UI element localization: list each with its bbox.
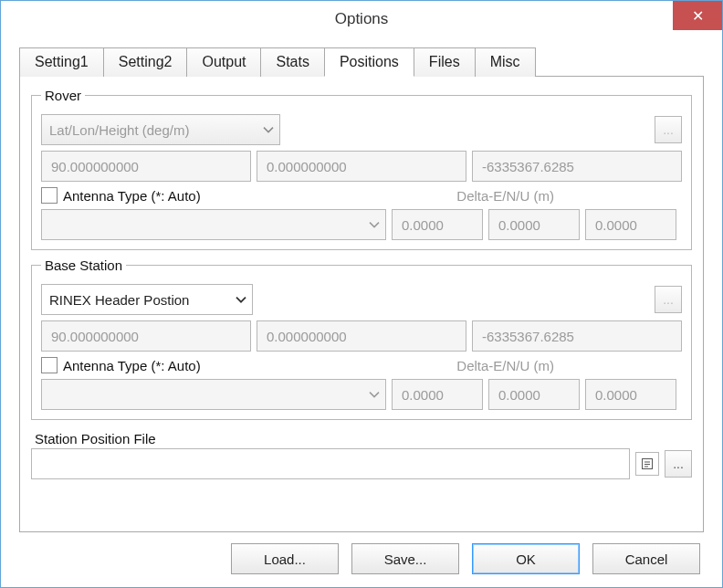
rover-delta-label: Delta-E/N/U (m): [456, 188, 554, 204]
rover-antenna-label: Antenna Type (*: Auto): [63, 188, 201, 204]
tab-output[interactable]: Output: [186, 47, 261, 77]
rover-more-button[interactable]: ...: [655, 116, 682, 143]
tab-setting1[interactable]: Setting1: [19, 47, 104, 77]
options-dialog: Options ✕ Setting1 Setting2 Output Stats…: [0, 0, 723, 588]
base-delta-u[interactable]: [585, 379, 676, 410]
base-delta-e[interactable]: [392, 379, 483, 410]
cancel-button[interactable]: Cancel: [592, 543, 700, 574]
base-delta-n-input[interactable]: [497, 380, 571, 409]
rover-legend: Rover: [41, 88, 85, 103]
dialog-button-row: Load... Save... OK Cancel: [19, 532, 704, 574]
rover-delta-e-input[interactable]: [400, 210, 475, 239]
base-group: Base Station RINEX Header Postion ...: [31, 257, 692, 420]
rover-coord-a[interactable]: [41, 151, 251, 182]
rover-coord-c[interactable]: [472, 151, 682, 182]
rover-postype-combo[interactable]: Lat/Lon/Height (deg/m): [41, 114, 280, 145]
tab-bar: Setting1 Setting2 Output Stats Positions…: [19, 47, 704, 77]
tab-stats[interactable]: Stats: [260, 47, 324, 77]
chevron-down-icon: [369, 216, 380, 232]
rover-antenna-checkbox[interactable]: [41, 187, 58, 204]
chevron-down-icon: [236, 291, 246, 307]
base-legend: Base Station: [41, 257, 126, 273]
base-antenna-label: Antenna Type (*: Auto): [63, 358, 201, 373]
content: Setting1 Setting2 Output Stats Positions…: [1, 37, 722, 587]
positions-pane: Rover Lat/Lon/Height (deg/m) ...: [19, 77, 704, 532]
window-title: Options: [335, 10, 389, 28]
base-delta-e-input[interactable]: [400, 380, 475, 409]
base-delta-label: Delta-E/N/U (m): [456, 358, 554, 373]
chevron-down-icon: [369, 386, 380, 402]
base-antenna-checkbox[interactable]: [41, 357, 58, 373]
base-coord-c[interactable]: [472, 320, 682, 352]
base-delta-n[interactable]: [488, 379, 580, 410]
load-button[interactable]: Load...: [231, 543, 339, 574]
base-antenna-combo[interactable]: [41, 379, 386, 410]
base-more-button[interactable]: ...: [655, 286, 682, 313]
rover-delta-u[interactable]: [585, 209, 676, 240]
base-coord-c-input[interactable]: [480, 321, 674, 351]
rover-delta-n[interactable]: [488, 209, 580, 240]
base-postype-combo[interactable]: RINEX Header Postion: [41, 284, 253, 315]
base-delta-u-input[interactable]: [593, 380, 668, 409]
chevron-down-icon: [263, 121, 274, 137]
document-icon: [641, 457, 654, 470]
rover-coord-a-input[interactable]: [49, 152, 243, 181]
rover-antenna-combo[interactable]: [41, 209, 386, 240]
rover-delta-u-input[interactable]: [593, 210, 668, 239]
save-button[interactable]: Save...: [351, 543, 459, 574]
rover-coord-b[interactable]: [257, 151, 466, 182]
station-file-view-button[interactable]: [635, 452, 659, 476]
base-coord-a-input[interactable]: [49, 321, 243, 351]
tab-setting2[interactable]: Setting2: [103, 47, 188, 77]
station-file-input-wrap[interactable]: [31, 448, 630, 479]
rover-delta-e[interactable]: [392, 209, 483, 240]
station-file-label: Station Position File: [31, 431, 692, 448]
close-icon: ✕: [692, 7, 704, 25]
base-coord-b[interactable]: [257, 320, 466, 352]
rover-group: Rover Lat/Lon/Height (deg/m) ...: [31, 88, 692, 250]
base-coord-b-input[interactable]: [265, 321, 458, 351]
titlebar: Options ✕: [1, 1, 722, 37]
station-file-browse-button[interactable]: ...: [665, 450, 692, 478]
tab-positions[interactable]: Positions: [324, 47, 414, 77]
ok-button[interactable]: OK: [472, 543, 580, 574]
tab-misc[interactable]: Misc: [475, 47, 536, 77]
rover-coord-b-input[interactable]: [265, 152, 458, 181]
station-file-section: Station Position File ...: [31, 431, 692, 479]
close-button[interactable]: ✕: [673, 1, 722, 30]
station-file-input[interactable]: [39, 449, 622, 478]
tab-files[interactable]: Files: [414, 47, 476, 77]
base-postype-value: RINEX Header Postion: [49, 292, 189, 308]
rover-coord-c-input[interactable]: [480, 152, 674, 181]
rover-postype-value: Lat/Lon/Height (deg/m): [49, 122, 189, 138]
base-coord-a[interactable]: [41, 320, 251, 352]
rover-delta-n-input[interactable]: [497, 210, 571, 239]
